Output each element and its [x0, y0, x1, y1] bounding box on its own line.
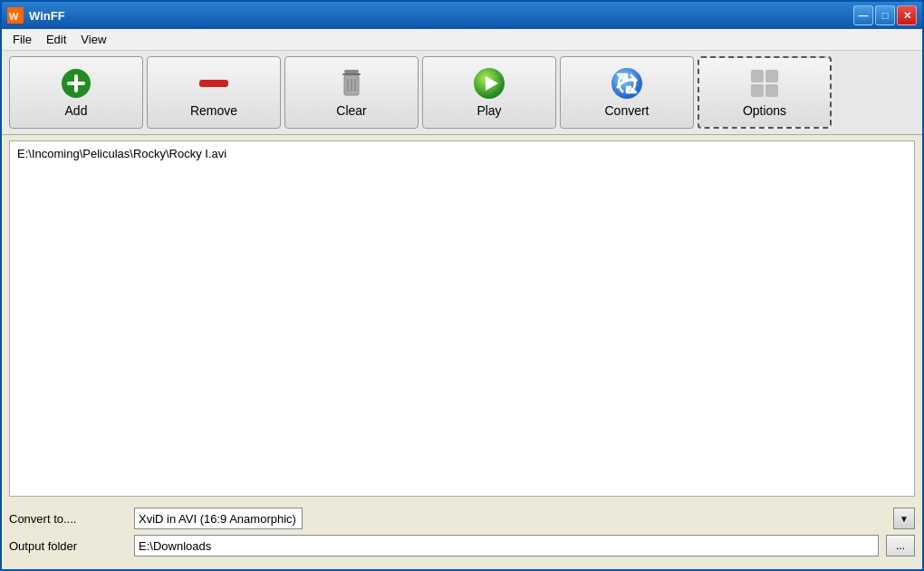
close-button[interactable]: ✕: [897, 5, 917, 25]
maximize-button[interactable]: □: [875, 5, 895, 25]
minimize-button[interactable]: —: [853, 5, 873, 25]
menu-file[interactable]: File: [5, 31, 39, 48]
select-arrow-icon[interactable]: ▼: [893, 508, 915, 529]
clear-button[interactable]: Clear: [284, 56, 419, 129]
svg-rect-19: [765, 84, 778, 97]
svg-text:W: W: [9, 11, 19, 22]
menu-view[interactable]: View: [73, 31, 113, 48]
trash-icon: [335, 67, 368, 100]
svg-rect-5: [199, 80, 228, 87]
convert-to-label: Convert to....: [9, 512, 127, 526]
play-icon: [473, 67, 505, 100]
toolbar: Add Remove Clear: [2, 51, 922, 135]
play-label: Play: [476, 103, 501, 118]
play-button[interactable]: Play: [422, 56, 556, 129]
svg-rect-6: [344, 70, 359, 73]
bottom-bar: Convert to.... XviD in AVI (16:9 Anamorp…: [2, 502, 922, 569]
convert-select[interactable]: XviD in AVI (16:9 Anamorphic): [134, 508, 303, 529]
output-label: Output folder: [9, 539, 127, 553]
remove-icon: [197, 67, 230, 100]
output-row: Output folder ...: [9, 535, 915, 556]
main-window: W WinFF — □ ✕ File Edit View Add: [0, 0, 924, 571]
convert-icon: [611, 67, 643, 100]
remove-button[interactable]: Remove: [147, 56, 281, 129]
clear-label: Clear: [336, 103, 366, 118]
svg-rect-16: [751, 70, 764, 82]
remove-label: Remove: [190, 103, 237, 118]
add-label: Add: [65, 103, 88, 118]
convert-button[interactable]: Convert: [560, 56, 694, 129]
options-label: Options: [743, 103, 786, 118]
add-icon: [60, 67, 92, 100]
convert-label: Convert: [604, 103, 649, 118]
options-button[interactable]: Options: [698, 56, 832, 129]
title-bar-left: W WinFF: [7, 7, 65, 24]
svg-point-14: [611, 68, 642, 99]
options-icon: [748, 67, 781, 100]
title-controls: — □ ✕: [853, 5, 917, 25]
browse-button[interactable]: ...: [886, 535, 915, 556]
svg-rect-4: [67, 82, 85, 85]
menu-bar: File Edit View: [2, 29, 922, 51]
convert-row: Convert to.... XviD in AVI (16:9 Anamorp…: [9, 508, 915, 529]
window-title: WinFF: [29, 9, 65, 23]
list-item: E:\Incoming\Peliculas\Rocky\Rocky I.avi: [14, 145, 910, 162]
app-icon: W: [7, 7, 24, 24]
output-folder-input[interactable]: [134, 535, 879, 556]
file-list[interactable]: E:\Incoming\Peliculas\Rocky\Rocky I.avi: [9, 140, 915, 497]
svg-rect-17: [765, 70, 778, 82]
svg-rect-18: [751, 84, 764, 97]
add-button[interactable]: Add: [9, 56, 143, 129]
title-bar: W WinFF — □ ✕: [2, 2, 922, 29]
menu-edit[interactable]: Edit: [39, 31, 73, 48]
convert-select-wrapper: XviD in AVI (16:9 Anamorphic) ▼: [134, 508, 915, 529]
